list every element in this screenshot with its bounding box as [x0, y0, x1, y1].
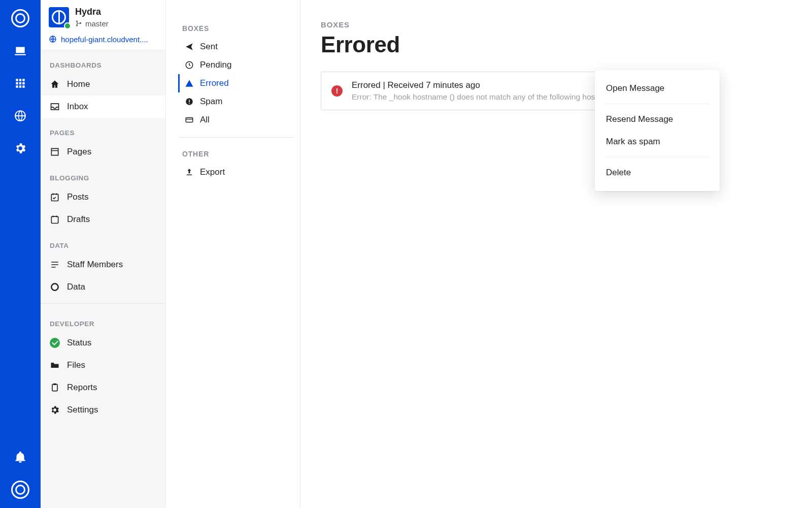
sidebar-item-label: Settings [67, 405, 98, 415]
site-url-text: hopeful-giant.cloudvent.... [61, 35, 148, 44]
export-icon [185, 168, 194, 177]
svg-rect-9 [189, 103, 190, 104]
sidebar-item-drafts[interactable]: Drafts [41, 208, 165, 231]
sidebar-nav: DASHBOARDS Home Inbox PAGES Pages BLOGGI… [41, 50, 165, 508]
all-icon [185, 115, 194, 124]
list-icon [50, 260, 60, 270]
settings-icon [50, 405, 60, 415]
sidebar-item-reports[interactable]: Reports [41, 376, 165, 399]
subnav-item-export[interactable]: Export [178, 163, 294, 181]
globe-small-icon [49, 35, 57, 43]
page-title: Errored [321, 32, 792, 57]
status-ok-icon [50, 338, 60, 348]
sidebar-item-label: Drafts [67, 214, 90, 225]
svg-rect-2 [51, 216, 58, 223]
warning-icon [185, 79, 194, 88]
menu-open-message[interactable]: Open Message [595, 77, 720, 100]
calendar-icon [50, 214, 60, 225]
svg-rect-10 [186, 118, 193, 122]
sidebar-item-data[interactable]: Data [41, 276, 165, 298]
subnav-item-label: Errored [200, 78, 229, 88]
section-developer: DEVELOPER [41, 309, 165, 332]
section-pages: PAGES [41, 118, 165, 141]
site-logo[interactable] [49, 7, 69, 27]
subnav-item-sent[interactable]: Sent [178, 38, 294, 56]
svg-rect-4 [52, 384, 57, 391]
apps-icon[interactable] [11, 74, 29, 92]
sidebar-item-label: Inbox [67, 102, 88, 112]
menu-separator [605, 104, 709, 104]
site-url[interactable]: hopeful-giant.cloudvent.... [49, 35, 157, 44]
subnav-item-all[interactable]: All [178, 111, 294, 129]
breadcrumb: BOXES [321, 20, 792, 29]
home-icon [50, 79, 60, 89]
sidebar-item-label: Pages [67, 147, 91, 157]
site-branch[interactable]: master [75, 19, 109, 28]
subnav-group-boxes: BOXES [178, 12, 294, 38]
site-name: Hydra [75, 7, 109, 17]
sidebar-item-label: Data [67, 282, 85, 292]
folder-icon [50, 360, 60, 370]
svg-rect-5 [54, 383, 56, 385]
avatar-logo-icon[interactable] [11, 481, 29, 499]
branch-label: master [85, 19, 109, 28]
sidebar-item-label: Reports [67, 383, 97, 393]
menu-resend-message[interactable]: Resend Message [595, 108, 720, 131]
clock-icon [185, 60, 194, 70]
svg-rect-8 [189, 100, 190, 102]
sidebar-item-pages[interactable]: Pages [41, 141, 165, 163]
sidebar-item-status[interactable]: Status [41, 332, 165, 354]
inbox-icon [50, 102, 60, 112]
section-blogging: BLOGGING [41, 163, 165, 186]
sidebar-item-settings[interactable]: Settings [41, 399, 165, 421]
gear-icon[interactable] [11, 139, 29, 157]
subnav-item-label: Sent [200, 42, 218, 52]
rail-top [11, 9, 29, 157]
status-badge-icon [64, 22, 71, 29]
icon-rail [0, 0, 41, 508]
rail-bottom [11, 448, 29, 499]
sidebar-item-home[interactable]: Home [41, 73, 165, 96]
context-menu: Open Message Resend Message Mark as spam… [595, 70, 720, 191]
boxes-subnav: BOXES Sent Pending Errored Spam All OTHE… [166, 0, 300, 508]
bell-icon[interactable] [11, 448, 29, 466]
send-icon [185, 42, 194, 51]
sidebar-item-posts[interactable]: Posts [41, 186, 165, 208]
subnav-item-label: Pending [200, 60, 231, 70]
menu-mark-spam[interactable]: Mark as spam [595, 131, 720, 153]
section-data: DATA [41, 231, 165, 253]
sidebar: Hydra master hopeful-giant.cloudvent....… [41, 0, 166, 508]
calendar-check-icon [50, 192, 60, 202]
sidebar-item-staff[interactable]: Staff Members [41, 253, 165, 276]
sidebar-divider [41, 303, 165, 304]
subnav-group-other: OTHER [178, 138, 294, 163]
menu-delete[interactable]: Delete [595, 162, 720, 184]
menu-separator [605, 157, 709, 157]
sidebar-item-label: Posts [67, 192, 89, 202]
subnav-item-pending[interactable]: Pending [178, 56, 294, 74]
sidebar-item-label: Staff Members [67, 260, 123, 270]
laptop-icon[interactable] [11, 42, 29, 60]
subnav-item-errored[interactable]: Errored [178, 74, 294, 92]
sidebar-item-files[interactable]: Files [41, 354, 165, 376]
svg-point-3 [51, 283, 58, 290]
subnav-item-label: All [200, 115, 210, 125]
subnav-item-spam[interactable]: Spam [178, 92, 294, 111]
pages-icon [50, 147, 60, 157]
sidebar-item-label: Status [67, 338, 91, 348]
sidebar-item-label: Home [67, 79, 90, 89]
clipboard-icon [50, 383, 60, 393]
error-badge-icon: ! [331, 85, 343, 97]
ring-icon [50, 282, 60, 292]
globe-icon[interactable] [11, 107, 29, 125]
subnav-item-label: Export [200, 167, 225, 177]
sidebar-item-label: Files [67, 360, 85, 370]
main-content: BOXES Errored ! Errored | Received 7 min… [300, 0, 812, 508]
sidebar-item-inbox[interactable]: Inbox [41, 96, 165, 118]
section-dashboards: DASHBOARDS [41, 50, 165, 73]
branch-icon [75, 20, 82, 27]
error-icon [185, 97, 194, 106]
logo-icon[interactable] [11, 9, 29, 27]
site-header: Hydra master hopeful-giant.cloudvent.... [41, 0, 165, 50]
subnav-item-label: Spam [200, 97, 222, 107]
